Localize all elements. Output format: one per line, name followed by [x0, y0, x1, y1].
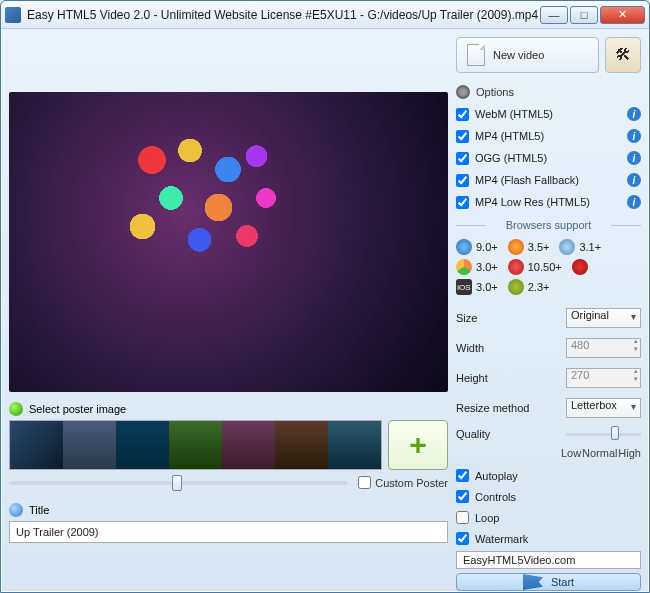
add-poster-button[interactable]: + [388, 420, 448, 470]
poster-label: Select poster image [29, 403, 126, 415]
poster-thumb[interactable] [222, 421, 275, 469]
browsers-support: 9.0+ 3.5+ 3.1+ 3.0+ 10.50+ iOS3.0+ 2.3+ [456, 237, 641, 301]
video-preview[interactable] [9, 92, 448, 392]
poster-thumb[interactable] [63, 421, 116, 469]
firefox-icon [508, 239, 524, 255]
info-icon[interactable]: i [627, 151, 641, 165]
maximize-button[interactable]: □ [570, 6, 598, 24]
size-label: Size [456, 312, 560, 324]
opera-icon [508, 259, 524, 275]
resize-label: Resize method [456, 402, 560, 414]
size-select[interactable]: Original [566, 308, 641, 328]
title-label: Title [29, 504, 49, 516]
ios-icon: iOS [456, 279, 472, 295]
width-input[interactable]: 480 [566, 338, 641, 358]
info-icon[interactable]: i [627, 173, 641, 187]
safari-icon [559, 239, 575, 255]
options-label: Options [476, 86, 514, 98]
android-icon [508, 279, 524, 295]
poster-thumb[interactable] [275, 421, 328, 469]
format-webm-checkbox[interactable]: WebM (HTML5)i [456, 105, 641, 123]
format-ogg-checkbox[interactable]: OGG (HTML5)i [456, 149, 641, 167]
loop-checkbox[interactable]: Loop [456, 509, 641, 526]
browsers-label: Browsers support [456, 219, 641, 231]
app-window: Easy HTML5 Video 2.0 - Unlimited Website… [0, 0, 650, 593]
poster-icon [9, 402, 23, 416]
watermark-input[interactable] [456, 551, 641, 569]
tools-icon: 🛠 [615, 46, 631, 64]
opera-mini-icon [572, 259, 588, 275]
app-icon [5, 7, 21, 23]
title-icon [9, 503, 23, 517]
height-label: Height [456, 372, 560, 384]
height-input[interactable]: 270 [566, 368, 641, 388]
gear-icon [456, 85, 470, 99]
quality-label: Quality [456, 428, 560, 440]
autoplay-checkbox[interactable]: Autoplay [456, 467, 641, 484]
poster-slider[interactable] [9, 481, 348, 485]
start-button[interactable]: Start [456, 573, 641, 591]
resize-select[interactable]: Letterbox [566, 398, 641, 418]
close-button[interactable]: ✕ [600, 6, 645, 24]
window-title: Easy HTML5 Video 2.0 - Unlimited Website… [27, 8, 540, 22]
quality-slider[interactable] [566, 429, 641, 439]
custom-poster-checkbox[interactable]: Custom Poster [358, 476, 448, 489]
info-icon[interactable]: i [627, 129, 641, 143]
poster-thumb[interactable] [116, 421, 169, 469]
controls-checkbox[interactable]: Controls [456, 488, 641, 505]
ie-icon [456, 239, 472, 255]
info-icon[interactable]: i [627, 107, 641, 121]
flag-icon [523, 574, 543, 590]
format-flash-checkbox[interactable]: MP4 (Flash Fallback)i [456, 171, 641, 189]
info-icon[interactable]: i [627, 195, 641, 209]
tools-button[interactable]: 🛠 [605, 37, 641, 73]
format-lowres-checkbox[interactable]: MP4 Low Res (HTML5)i [456, 193, 641, 211]
new-video-button[interactable]: New video [456, 37, 599, 73]
poster-thumb[interactable] [10, 421, 63, 469]
watermark-checkbox[interactable]: Watermark [456, 530, 641, 547]
format-mp4-checkbox[interactable]: MP4 (HTML5)i [456, 127, 641, 145]
poster-thumb[interactable] [328, 421, 381, 469]
titlebar[interactable]: Easy HTML5 Video 2.0 - Unlimited Website… [1, 1, 649, 29]
document-icon [467, 44, 485, 66]
poster-thumbnails[interactable] [9, 420, 382, 470]
width-label: Width [456, 342, 560, 354]
minimize-button[interactable]: — [540, 6, 568, 24]
title-input[interactable] [9, 521, 448, 543]
chrome-icon [456, 259, 472, 275]
poster-thumb[interactable] [169, 421, 222, 469]
